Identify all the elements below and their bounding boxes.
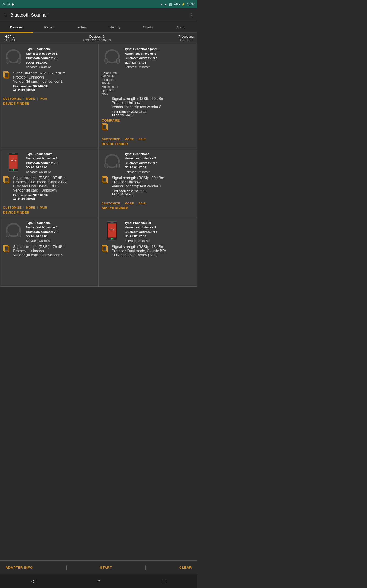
device-vendor-3: Vendor (bt card): test vendor 7 bbox=[112, 184, 194, 188]
svg-rect-22 bbox=[105, 163, 108, 168]
svg-point-36 bbox=[110, 238, 111, 240]
copy-icon-2[interactable] bbox=[3, 176, 10, 185]
device-name-2: Name: test bt device 3 bbox=[26, 156, 96, 161]
more-btn-2[interactable]: MORE bbox=[26, 206, 35, 209]
customize-btn-3[interactable]: CUSTOMIZE bbox=[102, 202, 120, 205]
headphone-icon-3 bbox=[102, 152, 122, 172]
device-info-2: Type: Phone/tablet Name: test bt device … bbox=[26, 152, 96, 174]
device-info-1b bbox=[149, 71, 194, 95]
customize-btn-2[interactable]: CUSTOMIZE bbox=[3, 206, 22, 209]
device-vendor-0: Vendor (bt card): test vendor 1 bbox=[13, 79, 96, 84]
pair-btn-0[interactable]: PAIR bbox=[40, 97, 47, 100]
device-image-5: 12:13 bbox=[102, 221, 122, 242]
more-btn-1[interactable]: MORE bbox=[125, 137, 134, 141]
more-options-icon[interactable]: ⋮ bbox=[189, 12, 194, 18]
copy-icon-0[interactable] bbox=[3, 71, 10, 80]
device-services-1: Services: Unknown bbox=[125, 65, 194, 69]
tab-devices[interactable]: Devices bbox=[0, 22, 33, 32]
svg-rect-13 bbox=[9, 155, 17, 169]
device-card-3: Type: Headphone Name: test bt device 7 B… bbox=[99, 149, 197, 218]
card-actions-row-0: CUSTOMIZE | MORE | PAIR DEVICE FINDER bbox=[3, 93, 96, 105]
svg-rect-7 bbox=[105, 58, 108, 63]
scan-date: 2022-02-18 16:34:13 bbox=[83, 38, 111, 42]
tab-charts[interactable]: Charts bbox=[131, 22, 164, 32]
device-protocol-1: Protocol: Unknown bbox=[112, 101, 194, 105]
copy-icon-3[interactable] bbox=[102, 176, 108, 185]
device-image-3 bbox=[102, 152, 122, 173]
device-name-0: Name: test bt device 1 bbox=[26, 52, 96, 56]
device-type-1: Type: Headphone (aptX) bbox=[125, 47, 194, 52]
device-time: 00:08:14 bbox=[4, 38, 15, 42]
svg-rect-29 bbox=[18, 232, 21, 237]
device-vendor-1: Vendor (bt card): test vendor 8 bbox=[112, 105, 194, 109]
copy-svg-5 bbox=[102, 245, 108, 253]
battery-icon: ⚡ bbox=[181, 2, 185, 6]
copy-icon-5[interactable] bbox=[102, 245, 108, 254]
copy-svg-1[interactable] bbox=[102, 123, 108, 131]
compare-btn-1[interactable]: COMPARE bbox=[102, 118, 120, 122]
svg-rect-8 bbox=[116, 58, 119, 63]
tab-filters[interactable]: Filters bbox=[66, 22, 99, 32]
device-name: Hi9Pro bbox=[4, 35, 15, 38]
device-name-1: Name: test bt device 8 bbox=[125, 52, 194, 56]
device-first-seen-3: First seen on 2022-02-1816:34:16 (New!) bbox=[112, 189, 194, 196]
svg-text:12:13: 12:13 bbox=[109, 228, 115, 230]
device-protocol-0: Protocol: Unknown bbox=[13, 75, 96, 79]
device-finder-btn-1[interactable]: DEVICE FINDER bbox=[102, 142, 128, 146]
device-type-3: Type: Headphone bbox=[125, 152, 194, 156]
svg-rect-18 bbox=[12, 153, 15, 154]
pair-btn-3[interactable]: PAIR bbox=[139, 202, 146, 205]
tab-history[interactable]: History bbox=[99, 22, 131, 32]
device-bt-addr-1: Bluetooth address: 7F:5D:A8:84:17:02 bbox=[125, 56, 194, 65]
battery-level: 94% bbox=[174, 2, 180, 6]
more-btn-3[interactable]: MORE bbox=[125, 202, 134, 205]
signal-icon: ◫ bbox=[169, 2, 172, 6]
hamburger-menu-icon[interactable]: ≡ bbox=[4, 12, 7, 18]
device-services-2: Services: Unknown bbox=[26, 170, 96, 174]
device-protocol-4: Protocol: Unknown bbox=[13, 249, 96, 253]
status-cell: Processed Filters off bbox=[178, 35, 194, 42]
sample-info-text: Sample rate:44000 Hz Bit-depth:16-bits M… bbox=[102, 71, 147, 95]
pair-btn-1[interactable]: PAIR bbox=[139, 137, 146, 141]
tab-about[interactable]: About bbox=[165, 22, 197, 32]
svg-text:12:13: 12:13 bbox=[11, 159, 16, 162]
device-finder-btn-0[interactable]: DEVICE FINDER bbox=[3, 102, 29, 105]
device-vendor-4: Vendor (bt card): test vendor 6 bbox=[13, 253, 96, 257]
svg-point-38 bbox=[113, 238, 114, 240]
customize-btn-0[interactable]: CUSTOMIZE bbox=[3, 97, 22, 100]
device-top-1: Type: Headphone (aptX) Name: test bt dev… bbox=[102, 47, 194, 69]
devices-count-cell: Devices: 9 2022-02-18 16:34:13 bbox=[83, 35, 111, 42]
device-services-4: Services: Unknown bbox=[26, 239, 96, 243]
device-finder-btn-3[interactable]: DEVICE FINDER bbox=[102, 207, 128, 210]
device-finder-btn-2[interactable]: DEVICE FINDER bbox=[3, 211, 29, 214]
tab-paired[interactable]: Paired bbox=[33, 22, 66, 32]
device-bt-addr-4: Bluetooth address: 7F:5D:A8:84:17:05 bbox=[26, 230, 96, 239]
copy-svg-3 bbox=[102, 176, 108, 184]
mail-icon: M bbox=[3, 2, 6, 6]
device-services-5: Services: Unknown bbox=[125, 239, 194, 243]
sample-rate-label: Sample rate:44000 Hz bbox=[102, 71, 147, 78]
device-rssi-4: Signal strength (RSSI): -79 dBm bbox=[13, 245, 96, 249]
svg-point-16 bbox=[13, 169, 14, 171]
svg-rect-23 bbox=[116, 163, 119, 168]
device-rssi-5: Signal strength (RSSI): -18 dBm bbox=[112, 245, 194, 249]
svg-point-17 bbox=[14, 169, 16, 171]
device-image-1 bbox=[102, 47, 122, 68]
pair-btn-2[interactable]: PAIR bbox=[40, 206, 47, 209]
device-card-4: Type: Headphone Name: test bt device 6 B… bbox=[0, 218, 99, 287]
customize-btn-1[interactable]: CUSTOMIZE bbox=[102, 137, 120, 141]
more-btn-0[interactable]: MORE bbox=[26, 97, 35, 100]
svg-rect-2 bbox=[18, 58, 21, 63]
youtube-icon: ▶ bbox=[12, 2, 15, 6]
svg-point-24 bbox=[106, 156, 117, 166]
device-grid-scroll: Type: Headphone Name: test bt device 1 B… bbox=[0, 44, 197, 317]
device-vendor-2: Vendor (bt card): Unknown bbox=[13, 188, 96, 192]
device-protocol-2: Protocol: Dual mode, Classic BR/EDR and … bbox=[13, 180, 96, 188]
device-actions-1: CUSTOMIZE | MORE | PAIR bbox=[102, 136, 146, 141]
device-name-4: Name: test bt device 6 bbox=[26, 225, 96, 230]
copy-icon-4[interactable] bbox=[3, 245, 10, 254]
svg-rect-28 bbox=[6, 232, 9, 237]
filters-status: Filters off bbox=[178, 38, 194, 42]
device-type-4: Type: Headphone bbox=[26, 221, 96, 225]
device-bt-addr-5: Bluetooth address: 7F:5D:A8:84:17:06 bbox=[125, 230, 194, 239]
